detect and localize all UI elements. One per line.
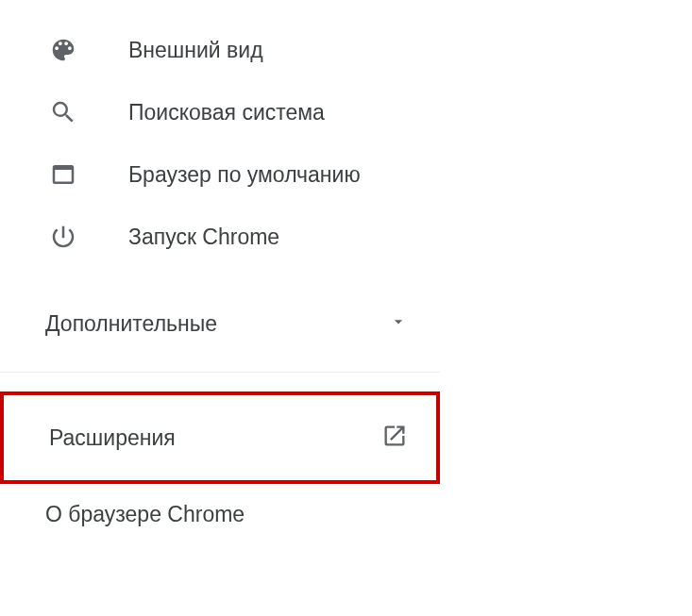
sidebar-item-extensions[interactable]: Расширения — [0, 391, 440, 484]
sidebar-item-label: Расширения — [49, 425, 176, 451]
sidebar-item-label: Браузер по умолчанию — [128, 162, 361, 188]
sidebar-item-default-browser[interactable]: Браузер по умолчанию — [0, 143, 692, 206]
sidebar-item-on-startup[interactable]: Запуск Chrome — [0, 206, 692, 268]
palette-icon — [49, 36, 128, 64]
power-icon — [49, 223, 128, 251]
sidebar-item-label: Внешний вид — [128, 38, 263, 63]
sidebar-section-label: Дополнительные — [45, 311, 217, 337]
divider — [0, 372, 440, 373]
sidebar-item-label: Поисковая система — [128, 100, 325, 125]
sidebar-item-label: Запуск Chrome — [128, 225, 279, 250]
open-in-new-icon — [381, 423, 408, 453]
sidebar-section-advanced[interactable]: Дополнительные — [0, 292, 440, 355]
search-icon — [49, 98, 128, 126]
sidebar-item-appearance[interactable]: Внешний вид — [0, 19, 692, 81]
chevron-down-icon — [389, 312, 408, 335]
web-icon — [49, 160, 128, 189]
sidebar-item-about[interactable]: О браузере Chrome — [0, 488, 692, 541]
settings-sidebar: Внешний вид Поисковая система Браузер по… — [0, 0, 692, 541]
sidebar-item-search[interactable]: Поисковая система — [0, 81, 692, 143]
sidebar-item-label: О браузере Chrome — [45, 502, 245, 527]
